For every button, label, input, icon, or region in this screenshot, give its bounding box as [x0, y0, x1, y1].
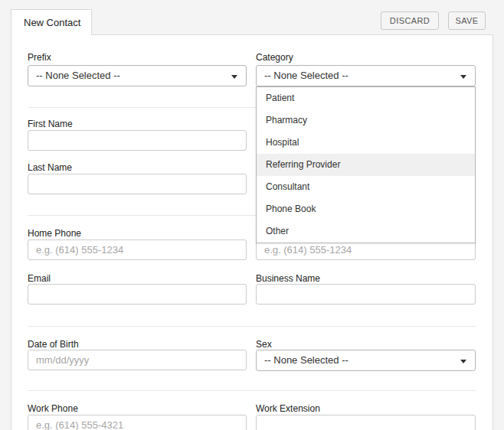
- sex-label: Sex: [256, 339, 272, 350]
- caret-down-icon: [231, 75, 237, 79]
- category-option-referring-provider[interactable]: Referring Provider: [257, 154, 475, 176]
- business-name-label: Business Name: [256, 273, 320, 284]
- work-phone-field[interactable]: [28, 415, 247, 430]
- prefix-label: Prefix: [28, 52, 51, 63]
- caret-down-icon: [460, 360, 466, 363]
- email-label: Email: [28, 273, 51, 284]
- sex-select[interactable]: -- None Selected --: [256, 350, 476, 371]
- sex-select-value: -- None Selected --: [264, 354, 349, 366]
- category-option-hospital[interactable]: Hospital: [257, 132, 475, 154]
- prefix-select-value: -- None Selected --: [36, 70, 120, 81]
- prefix-select[interactable]: -- None Selected --: [28, 65, 247, 86]
- category-select[interactable]: -- None Selected --: [256, 65, 476, 86]
- section-divider: [28, 326, 476, 327]
- category-label: Category: [256, 52, 293, 63]
- date-of-birth-label: Date of Birth: [28, 339, 79, 350]
- home-phone-field[interactable]: [28, 239, 247, 260]
- category-option-phone-book[interactable]: Phone Book: [257, 198, 475, 220]
- first-name-label: First Name: [28, 119, 73, 129]
- category-option-other[interactable]: Other: [257, 220, 475, 243]
- work-extension-field[interactable]: [256, 415, 476, 430]
- date-of-birth-field[interactable]: [28, 350, 247, 370]
- work-phone-label: Work Phone: [28, 403, 78, 414]
- email-field[interactable]: [28, 284, 247, 305]
- last-name-field[interactable]: [28, 174, 247, 194]
- category-option-consultant[interactable]: Consultant: [257, 176, 475, 198]
- home-phone-label: Home Phone: [28, 228, 81, 239]
- category-dropdown: Patient Pharmacy Hospital Referring Prov…: [256, 86, 476, 243]
- category-option-pharmacy[interactable]: Pharmacy: [257, 109, 475, 132]
- discard-button[interactable]: DISCARD: [381, 11, 439, 30]
- first-name-field[interactable]: [28, 130, 247, 151]
- category-option-patient[interactable]: Patient: [257, 87, 475, 109]
- work-extension-label: Work Extension: [256, 403, 320, 414]
- caret-down-icon: [460, 75, 466, 79]
- last-name-label: Last Name: [28, 162, 72, 173]
- business-name-field[interactable]: [256, 284, 476, 305]
- section-divider: [28, 390, 476, 391]
- tab-new-contact[interactable]: New Contact: [11, 9, 92, 35]
- tab-label: New Contact: [24, 17, 80, 28]
- category-select-value: -- None Selected --: [264, 70, 349, 81]
- save-button[interactable]: SAVE: [448, 11, 486, 30]
